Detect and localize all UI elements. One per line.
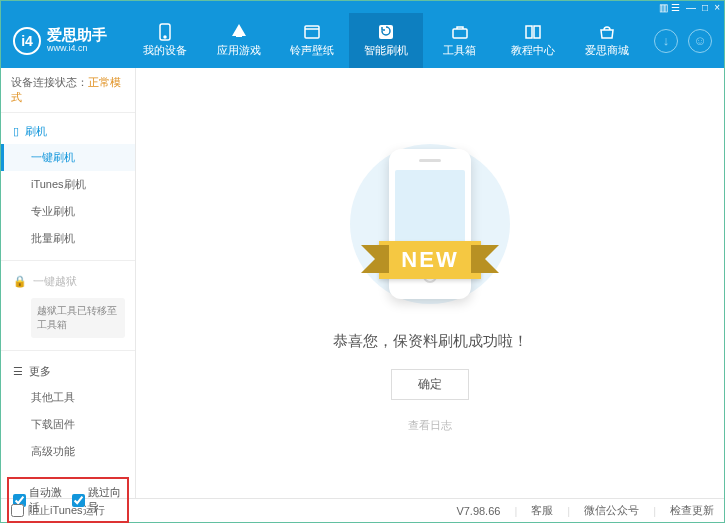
success-message: 恭喜您，保资料刷机成功啦！ (333, 332, 528, 351)
section-label: 一键越狱 (33, 274, 77, 289)
app-window: ▥ ☰ — □ × i4 爱思助手 www.i4.cn 我的设备 应用游戏 铃声… (0, 0, 725, 523)
nav-label: 教程中心 (511, 43, 555, 58)
nav-toolbox[interactable]: 工具箱 (423, 13, 497, 68)
section-label: 刷机 (25, 124, 47, 139)
close-icon[interactable]: × (714, 2, 720, 13)
section-more: ☰ 更多 其他工具 下载固件 高级功能 (1, 353, 135, 471)
nav-label: 铃声壁纸 (290, 43, 334, 58)
view-log-link[interactable]: 查看日志 (408, 418, 452, 433)
phone-icon (156, 23, 174, 41)
logo: i4 爱思助手 www.i4.cn (13, 27, 128, 55)
user-icon[interactable]: ☺ (688, 29, 712, 53)
logo-text: 爱思助手 www.i4.cn (47, 27, 107, 53)
maximize-icon[interactable]: □ (702, 2, 708, 13)
nav-label: 我的设备 (143, 43, 187, 58)
section-jailbreak: 🔒 一键越狱 越狱工具已转移至工具箱 (1, 263, 135, 348)
section-title-jailbreak: 🔒 一键越狱 (1, 269, 135, 294)
app-url: www.i4.cn (47, 44, 107, 54)
header-actions: ↓ ☺ (654, 29, 712, 53)
nav-apps-games[interactable]: 应用游戏 (202, 13, 276, 68)
sidebar-item-other-tools[interactable]: 其他工具 (1, 384, 135, 411)
nav-my-device[interactable]: 我的设备 (128, 13, 202, 68)
refresh-icon (377, 23, 395, 41)
connection-status: 设备连接状态：正常模式 (1, 68, 135, 113)
toolbox-icon (451, 23, 469, 41)
logo-icon: i4 (13, 27, 41, 55)
success-illustration: NEW (330, 134, 530, 314)
check-update-link[interactable]: 检查更新 (670, 503, 714, 518)
svg-rect-2 (305, 26, 319, 38)
divider: | (514, 505, 517, 517)
checkbox-label: 阻止iTunes运行 (28, 503, 105, 518)
section-title-more[interactable]: ☰ 更多 (1, 359, 135, 384)
body: 设备连接状态：正常模式 ▯ 刷机 一键刷机 iTunes刷机 专业刷机 批量刷机… (1, 68, 724, 498)
footer-right: V7.98.66 | 客服 | 微信公众号 | 检查更新 (456, 503, 714, 518)
wechat-link[interactable]: 微信公众号 (584, 503, 639, 518)
jailbreak-note: 越狱工具已转移至工具箱 (31, 298, 125, 338)
minimize-icon[interactable]: — (686, 2, 696, 13)
phone-small-icon: ▯ (13, 125, 19, 138)
nav-tutorials[interactable]: 教程中心 (497, 13, 571, 68)
nav-label: 应用游戏 (217, 43, 261, 58)
nav-store[interactable]: 爱思商城 (570, 13, 644, 68)
support-link[interactable]: 客服 (531, 503, 553, 518)
store-icon (598, 23, 616, 41)
sidebar: 设备连接状态：正常模式 ▯ 刷机 一键刷机 iTunes刷机 专业刷机 批量刷机… (1, 68, 136, 498)
checkbox-input[interactable] (11, 504, 24, 517)
phone-speaker (419, 159, 441, 162)
divider: | (567, 505, 570, 517)
ok-button[interactable]: 确定 (391, 369, 469, 400)
book-icon (524, 23, 542, 41)
app-name: 爱思助手 (47, 27, 107, 44)
wallpaper-icon (303, 23, 321, 41)
divider (1, 260, 135, 261)
checkbox-block-itunes[interactable]: 阻止iTunes运行 (11, 503, 105, 518)
sidebar-item-download-firmware[interactable]: 下载固件 (1, 411, 135, 438)
divider: | (653, 505, 656, 517)
download-icon[interactable]: ↓ (654, 29, 678, 53)
svg-rect-4 (453, 29, 467, 38)
title-bar: ▥ ☰ — □ × (1, 1, 724, 13)
nav-label: 智能刷机 (364, 43, 408, 58)
section-title-flash[interactable]: ▯ 刷机 (1, 119, 135, 144)
svg-point-1 (164, 36, 166, 38)
menu-icon[interactable]: ▥ ☰ (659, 2, 680, 13)
divider (1, 350, 135, 351)
list-icon: ☰ (13, 365, 23, 378)
nav-ringtones[interactable]: 铃声壁纸 (275, 13, 349, 68)
header: i4 爱思助手 www.i4.cn 我的设备 应用游戏 铃声壁纸 智能刷机 (1, 13, 724, 68)
sidebar-item-itunes-flash[interactable]: iTunes刷机 (1, 171, 135, 198)
sidebar-item-advanced[interactable]: 高级功能 (1, 438, 135, 465)
status-label: 设备连接状态： (11, 76, 88, 88)
sidebar-item-batch-flash[interactable]: 批量刷机 (1, 225, 135, 252)
nav-label: 工具箱 (443, 43, 476, 58)
version-label: V7.98.66 (456, 505, 500, 517)
new-ribbon: NEW (379, 241, 480, 279)
main-nav: 我的设备 应用游戏 铃声壁纸 智能刷机 工具箱 教程中心 (128, 13, 644, 68)
nav-smart-flash[interactable]: 智能刷机 (349, 13, 423, 68)
apps-icon (230, 23, 248, 41)
section-flash: ▯ 刷机 一键刷机 iTunes刷机 专业刷机 批量刷机 (1, 113, 135, 258)
nav-label: 爱思商城 (585, 43, 629, 58)
main-content: NEW 恭喜您，保资料刷机成功啦！ 确定 查看日志 (136, 68, 724, 498)
sidebar-item-pro-flash[interactable]: 专业刷机 (1, 198, 135, 225)
section-label: 更多 (29, 364, 51, 379)
lock-icon: 🔒 (13, 275, 27, 288)
sidebar-item-oneclick-flash[interactable]: 一键刷机 (1, 144, 135, 171)
